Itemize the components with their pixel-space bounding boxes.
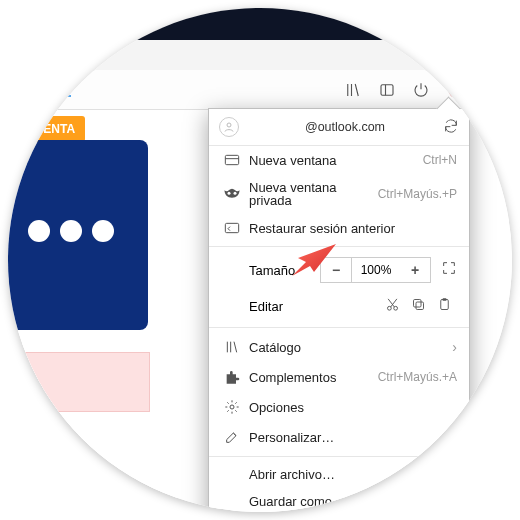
gear-icon bbox=[221, 399, 243, 415]
power-icon[interactable] bbox=[406, 76, 436, 104]
account-email: @outlook.com bbox=[249, 120, 441, 134]
avatar-icon bbox=[219, 117, 239, 137]
tab-strip bbox=[8, 40, 512, 71]
svg-rect-11 bbox=[413, 300, 421, 308]
edit-row: Editar bbox=[209, 289, 469, 323]
svg-rect-2 bbox=[454, 85, 456, 88]
zoom-label: Tamaño bbox=[221, 263, 320, 278]
cut-icon[interactable] bbox=[379, 297, 405, 315]
zoom-out-button[interactable]: − bbox=[320, 257, 352, 283]
shortcut: Ctrl+Mayús.+P bbox=[378, 188, 457, 200]
paste-icon[interactable] bbox=[431, 297, 457, 315]
edit-label: Editar bbox=[221, 299, 379, 314]
paint-icon bbox=[221, 429, 243, 445]
pink-placeholder bbox=[8, 352, 150, 412]
library-icon bbox=[221, 339, 243, 355]
hamburger-menu-button[interactable] bbox=[474, 76, 504, 104]
svg-rect-10 bbox=[416, 302, 424, 310]
menu-label: Nueva ventana privada bbox=[243, 181, 378, 207]
shortcut: Ctrl+N bbox=[423, 154, 457, 166]
account-banner[interactable]: R CUENTA bbox=[8, 116, 85, 142]
sidebar-icon[interactable] bbox=[372, 76, 402, 104]
menu-open-file[interactable]: Abrir archivo… Ctrl+O bbox=[209, 461, 469, 488]
svg-point-5 bbox=[228, 192, 231, 195]
svg-rect-13 bbox=[442, 298, 446, 301]
svg-rect-12 bbox=[440, 300, 448, 310]
zoom-row: Tamaño − 100% + bbox=[209, 251, 469, 289]
bookmark-star-icon[interactable] bbox=[16, 76, 46, 104]
svg-rect-0 bbox=[381, 84, 393, 95]
downloads-icon[interactable] bbox=[50, 76, 80, 104]
mask-icon bbox=[221, 188, 243, 200]
menu-options[interactable]: Opciones bbox=[209, 392, 469, 422]
account-header[interactable]: @outlook.com bbox=[209, 109, 469, 146]
svg-point-14 bbox=[230, 405, 234, 409]
menu-label: Personalizar… bbox=[243, 431, 457, 444]
carousel-dots[interactable] bbox=[28, 220, 114, 242]
menu-restore-session[interactable]: Restaurar sesión anterior bbox=[209, 214, 469, 242]
chevron-right-icon: › bbox=[446, 340, 457, 354]
svg-point-3 bbox=[227, 123, 231, 127]
menu-customize[interactable]: Personalizar… bbox=[209, 422, 469, 452]
menu-label: Restaurar sesión anterior bbox=[243, 222, 457, 235]
shortcut: Ctrl+S bbox=[423, 496, 457, 508]
menu-new-window[interactable]: Nueva ventana Ctrl+N bbox=[209, 146, 469, 174]
menu-label: Complementos bbox=[243, 371, 378, 384]
fullscreen-icon[interactable] bbox=[441, 260, 457, 280]
browser-toolbar bbox=[8, 70, 512, 110]
menu-library[interactable]: Catálogo › bbox=[209, 332, 469, 362]
sync-icon[interactable] bbox=[441, 118, 459, 137]
restore-icon bbox=[221, 221, 243, 235]
window-titlebar bbox=[8, 8, 512, 40]
svg-rect-4 bbox=[225, 155, 238, 164]
svg-point-6 bbox=[234, 192, 237, 195]
zoom-in-button[interactable]: + bbox=[400, 257, 431, 283]
menu-new-private[interactable]: Nueva ventana privada Ctrl+Mayús.+P bbox=[209, 174, 469, 214]
menu-save-as[interactable]: Guardar como… Ctrl+S bbox=[209, 488, 469, 512]
zoom-value: 100% bbox=[352, 257, 400, 283]
svg-rect-7 bbox=[225, 223, 238, 232]
menu-label: Abrir archivo… bbox=[243, 468, 422, 481]
menu-addons[interactable]: Complementos Ctrl+Mayús.+A bbox=[209, 362, 469, 392]
menu-label: Nueva ventana bbox=[243, 154, 423, 167]
menu-label: Opciones bbox=[243, 401, 457, 414]
window-icon bbox=[221, 153, 243, 167]
menu-label: Catálogo bbox=[243, 341, 446, 354]
copy-icon[interactable] bbox=[405, 297, 431, 315]
app-menu-panel: @outlook.com Nueva ventana Ctrl+N Nueva … bbox=[208, 108, 470, 512]
shortcut: Ctrl+O bbox=[422, 469, 457, 481]
svg-point-1 bbox=[452, 86, 457, 91]
puzzle-icon bbox=[221, 369, 243, 385]
shortcut: Ctrl+Mayús.+A bbox=[378, 371, 457, 383]
library-icon[interactable] bbox=[338, 76, 368, 104]
menu-label: Guardar como… bbox=[243, 495, 423, 508]
